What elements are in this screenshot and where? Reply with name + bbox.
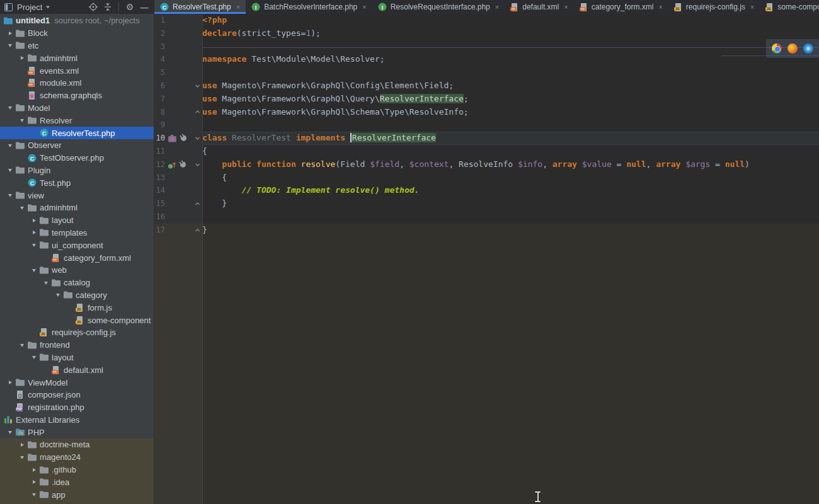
hide-panel-button[interactable]: —: [139, 1, 150, 13]
editor-tab[interactable]: <> category_form.xml ×: [574, 0, 668, 14]
fold-toggle-icon[interactable]: [195, 135, 200, 141]
chevron-right-icon[interactable]: [4, 30, 16, 37]
tree-item[interactable]: schema.graphqls: [0, 89, 154, 102]
tree-item[interactable]: Observer: [0, 139, 154, 152]
chevron-right-icon[interactable]: [28, 217, 40, 224]
line-number[interactable]: 2: [154, 27, 165, 40]
chrome-icon[interactable]: [772, 43, 782, 54]
editor-tab[interactable]: I BatchResolverInterface.php ×: [246, 0, 372, 14]
fold-toggle-icon[interactable]: [195, 227, 200, 233]
chevron-down-icon[interactable]: [4, 167, 16, 173]
tree-item[interactable]: doctrine-meta: [0, 438, 154, 451]
code-line[interactable]: 17 }: [154, 224, 819, 237]
tree-item[interactable]: External Libraries: [0, 414, 154, 427]
tab-close-button[interactable]: ×: [564, 3, 568, 11]
chevron-down-icon[interactable]: [4, 192, 16, 198]
fold-toggle-icon[interactable]: [195, 83, 200, 89]
line-number[interactable]: 10: [154, 132, 165, 145]
line-number[interactable]: 3: [154, 40, 165, 54]
tree-item[interactable]: <> category_form.xml: [0, 251, 154, 264]
line-number[interactable]: 1: [154, 14, 165, 27]
tree-item[interactable]: JS some-component: [0, 314, 154, 326]
code-line[interactable]: 2 declare(strict_types=1);: [154, 27, 819, 40]
chevron-down-icon[interactable]: [16, 454, 28, 461]
code-line[interactable]: 5: [154, 66, 819, 79]
chevron-right-icon[interactable]: [4, 379, 16, 386]
tree-item[interactable]: C Test.php: [0, 176, 154, 189]
chevron-down-icon[interactable]: [4, 105, 16, 111]
tree-item[interactable]: JS form.js: [0, 301, 154, 314]
tree-item[interactable]: ViewModel: [0, 376, 154, 389]
tree-item[interactable]: PHP registration.php: [0, 401, 154, 414]
chevron-down-icon[interactable]: [16, 342, 28, 348]
code-line[interactable]: 8 use Magento\Framework\GraphQl\Schema\T…: [154, 106, 819, 119]
tree-item[interactable]: <> events.xml: [0, 64, 154, 77]
line-number[interactable]: 15: [154, 197, 165, 210]
project-selector-button[interactable]: Project: [17, 3, 50, 12]
chevron-down-icon[interactable]: [4, 42, 16, 49]
locate-file-button[interactable]: [88, 1, 99, 13]
chevron-down-icon[interactable]: [28, 267, 40, 273]
line-number[interactable]: 4: [154, 53, 165, 66]
line-number[interactable]: 13: [154, 171, 165, 185]
chevron-down-icon[interactable]: [4, 429, 16, 435]
code-line[interactable]: 6 use Magento\Framework\GraphQl\Config\E…: [154, 79, 819, 93]
chevron-down-icon[interactable]: [52, 292, 64, 298]
tree-item[interactable]: .idea: [0, 476, 154, 488]
chevron-down-icon[interactable]: [28, 491, 40, 498]
chevron-right-icon[interactable]: [16, 55, 28, 61]
line-number[interactable]: 14: [154, 184, 165, 197]
tree-item[interactable]: C TestObserver.php: [0, 152, 154, 164]
tree-item[interactable]: untitled1 sources root, ~/projects: [0, 14, 154, 27]
tree-item[interactable]: .github: [0, 464, 154, 476]
tree-item[interactable]: adminhtml: [0, 202, 154, 214]
fold-toggle-icon[interactable]: [195, 201, 200, 207]
chevron-down-icon[interactable]: [28, 354, 40, 360]
editor-tab[interactable]: I ResolveRequestInterface.php ×: [372, 0, 505, 14]
editor-tab[interactable]: C ResolverTest.php ×: [154, 0, 246, 14]
code-line[interactable]: 11 {: [154, 145, 819, 158]
tree-item[interactable]: frontend: [0, 339, 154, 352]
tree-item[interactable]: Model: [0, 102, 154, 115]
code-line[interactable]: 1 <?php: [154, 14, 819, 27]
tree-item[interactable]: Resolver: [0, 114, 154, 127]
tree-item[interactable]: Plugin: [0, 164, 154, 177]
code-line[interactable]: 9: [154, 118, 819, 132]
plug-icon[interactable]: [180, 134, 189, 143]
code-line[interactable]: 14 // TODO: Implement resolve() method.: [154, 184, 819, 197]
tree-item[interactable]: layout: [0, 214, 154, 227]
tree-item[interactable]: {} composer.json: [0, 389, 154, 401]
line-number[interactable]: 5: [154, 66, 165, 79]
code-line[interactable]: 12 public function resolve(Field $field,…: [154, 158, 819, 171]
editor-tab[interactable]: <> default.xml ×: [505, 0, 573, 14]
tree-item[interactable]: ui_component: [0, 239, 154, 251]
code-line[interactable]: 10 class ResolverTest implements Resolve…: [154, 132, 819, 145]
code-line[interactable]: 4 namespace Test\Module\Model\Resolver;: [154, 53, 819, 66]
line-number[interactable]: 17: [154, 224, 165, 237]
line-number[interactable]: 8: [154, 106, 165, 119]
fold-toggle-icon[interactable]: [195, 162, 200, 168]
tab-close-button[interactable]: ×: [236, 3, 240, 11]
chevron-down-icon[interactable]: [40, 280, 52, 286]
settings-gear-button[interactable]: ⚙: [124, 1, 135, 13]
code-line[interactable]: 15 }: [154, 197, 819, 210]
tree-item[interactable]: PHP: [0, 426, 154, 438]
tab-close-button[interactable]: ×: [495, 3, 499, 11]
editor-pane[interactable]: 1 <?php 2 declare(strict_types=1); 3 4 n…: [154, 14, 819, 504]
editor-tab[interactable]: JS some-component.js ×: [760, 0, 819, 14]
line-number[interactable]: 7: [154, 93, 165, 106]
chevron-right-icon[interactable]: [28, 229, 40, 236]
tree-item[interactable]: adminhtml: [0, 52, 154, 64]
chevron-down-icon[interactable]: [16, 205, 28, 211]
tree-item[interactable]: app: [0, 488, 154, 501]
tree-item[interactable]: C ResolverTest.php: [0, 127, 154, 139]
chevron-down-icon[interactable]: [4, 142, 16, 149]
plug-icon[interactable]: [179, 160, 188, 169]
chevron-down-icon[interactable]: [28, 242, 40, 248]
collapse-all-button[interactable]: [102, 1, 113, 13]
code-line[interactable]: 16: [154, 210, 819, 224]
tree-item[interactable]: category: [0, 289, 154, 302]
tree-item[interactable]: view: [0, 189, 154, 202]
code-line[interactable]: 7 use Magento\Framework\GraphQl\Query\Re…: [154, 93, 819, 106]
chevron-right-icon[interactable]: [16, 442, 28, 448]
